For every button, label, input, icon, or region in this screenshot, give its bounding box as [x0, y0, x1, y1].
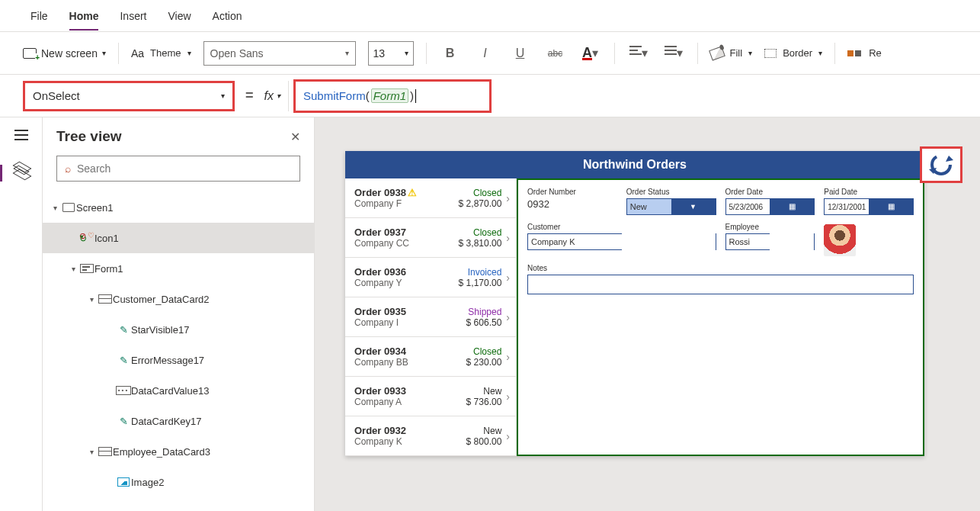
- sync-icon-control[interactable]: [920, 146, 962, 183]
- property-select[interactable]: OnSelect ▾: [23, 81, 235, 111]
- formula-bar: OnSelect ▾ = fx▾ SubmitForm( Form1 ): [0, 75, 980, 117]
- theme-icon: Aa: [131, 47, 144, 59]
- tab-insert[interactable]: Insert: [120, 10, 146, 22]
- align-icon: [629, 46, 642, 57]
- date-value: 5/23/2006: [726, 203, 770, 211]
- notes-input[interactable]: [527, 275, 914, 294]
- tree-label: DataCardKey17: [131, 416, 202, 427]
- screen-icon: [23, 48, 37, 59]
- customer-dropdown[interactable]: Company K▼: [527, 233, 716, 250]
- tree-label: Form1: [94, 263, 123, 275]
- order-company: Company CC: [354, 238, 459, 249]
- order-number: Order 0937: [354, 227, 459, 238]
- form-icon: [80, 264, 94, 273]
- order-item[interactable]: Order 0933Company ANew$ 736.00›: [345, 377, 516, 416]
- chevron-right-icon: ›: [506, 192, 510, 204]
- align-button[interactable]: ▾: [627, 46, 650, 60]
- employee-dropdown[interactable]: Rossi▼: [725, 233, 815, 250]
- order-form: Order Number 0932 Order Status New▼ Orde…: [517, 178, 924, 456]
- reorder-button[interactable]: Re: [847, 47, 882, 59]
- chevron-down-icon: ▼: [671, 198, 716, 215]
- chevron-right-icon: ›: [506, 351, 510, 363]
- italic-button[interactable]: I: [474, 47, 497, 60]
- fill-button[interactable]: Fill ▾: [710, 47, 753, 59]
- tree-node-image2[interactable]: Image2: [43, 467, 314, 497]
- paren-close: ): [410, 89, 414, 102]
- dropdown-value: New: [627, 199, 671, 214]
- reorder-label: Re: [869, 47, 882, 59]
- order-status: Closed: [459, 188, 502, 198]
- valign-button[interactable]: ▾: [662, 46, 685, 60]
- order-item[interactable]: Order 0936Company YInvoiced$ 1,170.00›: [345, 258, 516, 297]
- tree-view-button[interactable]: [0, 165, 42, 178]
- tree-node-screen1[interactable]: ▾ Screen1: [43, 192, 314, 223]
- font-color-button[interactable]: A▾: [579, 46, 602, 60]
- property-name: OnSelect: [33, 89, 80, 102]
- close-icon[interactable]: ✕: [290, 130, 300, 144]
- order-item[interactable]: Order 0932Company KNew$ 800.00›: [345, 416, 516, 456]
- chevron-down-icon[interactable]: ▾: [85, 448, 98, 456]
- tree-node-starvisible[interactable]: ✎ StarVisible17: [43, 314, 314, 345]
- valign-icon: [665, 46, 677, 57]
- order-number: Order 0938⚠: [354, 187, 459, 198]
- order-company: Company I: [354, 317, 466, 328]
- tab-action[interactable]: Action: [213, 10, 242, 22]
- search-input[interactable]: [77, 162, 292, 175]
- formula-input[interactable]: SubmitForm( Form1 ): [293, 79, 492, 113]
- new-screen-button[interactable]: New screen ▾: [23, 47, 106, 59]
- order-item[interactable]: Order 0937Company CCClosed$ 3,810.00›: [345, 218, 516, 258]
- app-header: Northwind Orders: [345, 151, 924, 178]
- orders-gallery[interactable]: Order 0938⚠Company FClosed$ 2,870.00›Ord…: [345, 178, 517, 456]
- tree-node-customer-card[interactable]: ▾ Customer_DataCard2: [43, 284, 314, 314]
- bold-button[interactable]: B: [439, 47, 462, 60]
- chevron-down-icon: ▾: [405, 49, 408, 57]
- order-amount: $ 736.00: [466, 397, 502, 407]
- order-item[interactable]: Order 0934Company BBClosed$ 230.00›: [345, 337, 516, 377]
- chevron-down-icon: ▾: [187, 49, 191, 57]
- chevron-down-icon[interactable]: ▾: [49, 204, 61, 212]
- field-employee-photo: [824, 223, 914, 256]
- border-button[interactable]: Border ▾: [764, 47, 822, 59]
- tree-node-datacardkey[interactable]: ✎ DataCardKey17: [43, 406, 314, 436]
- strike-button[interactable]: abc: [544, 48, 567, 59]
- tab-file[interactable]: File: [30, 10, 48, 22]
- font-size-select[interactable]: 13 ▾: [368, 41, 414, 66]
- order-item[interactable]: Order 0935Company IShipped$ 606.50›: [345, 297, 516, 337]
- image-icon: [117, 477, 130, 487]
- tab-home[interactable]: Home: [69, 2, 99, 31]
- orderstatus-dropdown[interactable]: New▼: [626, 198, 716, 215]
- tree-node-form1[interactable]: ▾ Form1: [43, 253, 314, 284]
- order-number: Order 0935: [354, 306, 466, 317]
- tree-search[interactable]: ⌕: [56, 156, 300, 182]
- order-number: Order 0933: [354, 385, 466, 397]
- chevron-down-icon[interactable]: ▾: [67, 265, 79, 273]
- order-company: Company BB: [354, 357, 466, 368]
- orderdate-picker[interactable]: 5/23/2006▦: [725, 198, 815, 215]
- tree-node-errormsg[interactable]: ✎ ErrorMessage17: [43, 345, 314, 375]
- hamburger-button[interactable]: [14, 130, 28, 143]
- theme-button[interactable]: Aa Theme ▾: [131, 47, 191, 59]
- tree-label: Customer_DataCard2: [113, 294, 209, 305]
- order-item[interactable]: Order 0938⚠Company FClosed$ 2,870.00›: [345, 178, 516, 218]
- chevron-right-icon: ›: [506, 232, 510, 244]
- chevron-down-icon[interactable]: ▾: [85, 295, 98, 304]
- order-amount: $ 606.50: [466, 317, 502, 328]
- paiddate-picker[interactable]: 12/31/2001▦: [824, 198, 914, 215]
- order-status: Closed: [459, 227, 502, 238]
- order-status: New: [466, 386, 502, 397]
- canvas[interactable]: Northwind Orders Order 0938⚠Company FClo…: [315, 117, 980, 511]
- underline-button[interactable]: U: [509, 47, 532, 60]
- font-select[interactable]: Open Sans ▾: [203, 41, 356, 66]
- tree-label: Icon1: [94, 233, 119, 244]
- order-status: Invoiced: [459, 267, 502, 278]
- tree-node-datacardvalue[interactable]: ••• DataCardValue13: [43, 375, 314, 406]
- order-amount: $ 230.00: [466, 357, 502, 368]
- chevron-down-icon: ▾: [221, 92, 225, 100]
- fx-button[interactable]: fx▾: [264, 81, 289, 111]
- field-employee: Employee Rossi▼: [725, 223, 815, 256]
- tree-node-icon1[interactable]: ⊘♡↻ Icon1: [43, 223, 314, 253]
- tree-view-panel: Tree view ✕ ⌕ ▾ Screen1 ⊘♡↻ Icon1 ▾ Form…: [43, 117, 315, 511]
- tree-node-employee-card[interactable]: ▾ Employee_DataCard3: [43, 436, 314, 467]
- formula-arg: Form1: [371, 88, 408, 103]
- tab-view[interactable]: View: [168, 10, 191, 22]
